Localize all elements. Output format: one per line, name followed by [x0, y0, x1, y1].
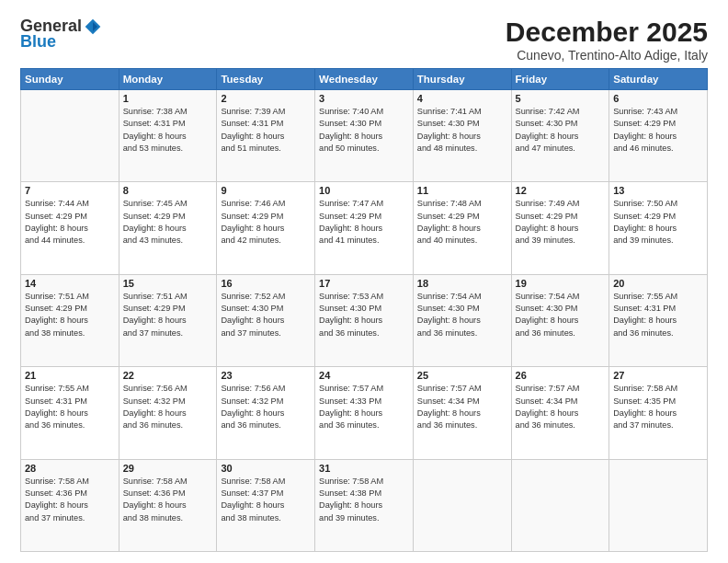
- day-number: 7: [25, 185, 115, 196]
- day-info: Sunrise: 7:44 AM Sunset: 4:29 PM Dayligh…: [25, 198, 115, 247]
- day-info: Sunrise: 7:54 AM Sunset: 4:30 PM Dayligh…: [516, 291, 606, 339]
- calendar: SundayMondayTuesdayWednesdayThursdayFrid…: [20, 68, 708, 552]
- day-number: 19: [516, 278, 606, 289]
- day-number: 17: [319, 278, 409, 289]
- day-info: Sunrise: 7:47 AM Sunset: 4:29 PM Dayligh…: [319, 198, 409, 247]
- day-cell: 4Sunrise: 7:41 AM Sunset: 4:30 PM Daylig…: [413, 90, 511, 182]
- week-row-5: 28Sunrise: 7:58 AM Sunset: 4:36 PM Dayli…: [21, 459, 708, 551]
- day-number: 18: [417, 278, 507, 289]
- day-number: 21: [25, 370, 115, 381]
- day-cell: [609, 459, 708, 551]
- calendar-header-saturday: Saturday: [609, 69, 708, 90]
- title-section: December 2025 Cunevo, Trentino-Alto Adig…: [506, 17, 708, 63]
- day-cell: 7Sunrise: 7:44 AM Sunset: 4:29 PM Daylig…: [21, 182, 119, 274]
- day-info: Sunrise: 7:45 AM Sunset: 4:29 PM Dayligh…: [123, 198, 213, 247]
- day-info: Sunrise: 7:57 AM Sunset: 4:33 PM Dayligh…: [319, 383, 409, 431]
- day-number: 22: [123, 370, 213, 381]
- calendar-header-friday: Friday: [511, 69, 609, 90]
- page: General Blue December 2025 Cunevo, Trent…: [0, 0, 728, 563]
- day-number: 12: [516, 185, 606, 196]
- day-info: Sunrise: 7:50 AM Sunset: 4:29 PM Dayligh…: [613, 198, 703, 247]
- day-cell: 25Sunrise: 7:57 AM Sunset: 4:34 PM Dayli…: [413, 367, 511, 459]
- day-info: Sunrise: 7:55 AM Sunset: 4:31 PM Dayligh…: [613, 291, 703, 339]
- day-cell: 27Sunrise: 7:58 AM Sunset: 4:35 PM Dayli…: [609, 367, 708, 459]
- day-cell: 10Sunrise: 7:47 AM Sunset: 4:29 PM Dayli…: [315, 182, 414, 274]
- day-info: Sunrise: 7:57 AM Sunset: 4:34 PM Dayligh…: [417, 383, 507, 431]
- day-number: 1: [123, 93, 213, 104]
- day-cell: 15Sunrise: 7:51 AM Sunset: 4:29 PM Dayli…: [119, 274, 217, 366]
- calendar-header-wednesday: Wednesday: [315, 69, 414, 90]
- day-info: Sunrise: 7:41 AM Sunset: 4:30 PM Dayligh…: [417, 106, 507, 155]
- day-number: 23: [221, 370, 311, 381]
- day-cell: 5Sunrise: 7:42 AM Sunset: 4:30 PM Daylig…: [511, 90, 609, 182]
- day-number: 8: [123, 185, 213, 196]
- day-cell: 8Sunrise: 7:45 AM Sunset: 4:29 PM Daylig…: [119, 182, 217, 274]
- day-cell: 11Sunrise: 7:48 AM Sunset: 4:29 PM Dayli…: [413, 182, 511, 274]
- calendar-header-sunday: Sunday: [21, 69, 119, 90]
- day-cell: [413, 459, 511, 551]
- day-cell: 26Sunrise: 7:57 AM Sunset: 4:34 PM Dayli…: [511, 367, 609, 459]
- day-info: Sunrise: 7:58 AM Sunset: 4:38 PM Dayligh…: [319, 476, 409, 524]
- day-info: Sunrise: 7:51 AM Sunset: 4:29 PM Dayligh…: [25, 291, 115, 339]
- day-cell: 30Sunrise: 7:58 AM Sunset: 4:37 PM Dayli…: [217, 459, 315, 551]
- day-number: 2: [221, 93, 311, 104]
- day-info: Sunrise: 7:55 AM Sunset: 4:31 PM Dayligh…: [25, 383, 115, 431]
- day-info: Sunrise: 7:56 AM Sunset: 4:32 PM Dayligh…: [221, 383, 311, 431]
- logo: General Blue: [20, 17, 102, 52]
- day-info: Sunrise: 7:53 AM Sunset: 4:30 PM Dayligh…: [319, 291, 409, 339]
- day-cell: 17Sunrise: 7:53 AM Sunset: 4:30 PM Dayli…: [315, 274, 414, 366]
- logo-blue-text: Blue: [20, 32, 56, 52]
- calendar-header-row: SundayMondayTuesdayWednesdayThursdayFrid…: [21, 69, 708, 90]
- day-cell: [511, 459, 609, 551]
- day-info: Sunrise: 7:57 AM Sunset: 4:34 PM Dayligh…: [516, 383, 606, 431]
- day-cell: 21Sunrise: 7:55 AM Sunset: 4:31 PM Dayli…: [21, 367, 119, 459]
- day-number: 11: [417, 185, 507, 196]
- day-number: 9: [221, 185, 311, 196]
- day-info: Sunrise: 7:58 AM Sunset: 4:36 PM Dayligh…: [123, 476, 213, 524]
- day-info: Sunrise: 7:58 AM Sunset: 4:35 PM Dayligh…: [613, 383, 703, 431]
- day-number: 27: [613, 370, 703, 381]
- day-info: Sunrise: 7:42 AM Sunset: 4:30 PM Dayligh…: [516, 106, 606, 155]
- day-cell: 18Sunrise: 7:54 AM Sunset: 4:30 PM Dayli…: [413, 274, 511, 366]
- day-cell: 24Sunrise: 7:57 AM Sunset: 4:33 PM Dayli…: [315, 367, 414, 459]
- day-info: Sunrise: 7:56 AM Sunset: 4:32 PM Dayligh…: [123, 383, 213, 431]
- day-cell: 6Sunrise: 7:43 AM Sunset: 4:29 PM Daylig…: [609, 90, 708, 182]
- day-number: 24: [319, 370, 409, 381]
- day-number: 15: [123, 278, 213, 289]
- day-number: 29: [123, 463, 213, 474]
- day-cell: 3Sunrise: 7:40 AM Sunset: 4:30 PM Daylig…: [315, 90, 414, 182]
- week-row-1: 1Sunrise: 7:38 AM Sunset: 4:31 PM Daylig…: [21, 90, 708, 182]
- day-info: Sunrise: 7:43 AM Sunset: 4:29 PM Dayligh…: [613, 106, 703, 155]
- day-cell: 19Sunrise: 7:54 AM Sunset: 4:30 PM Dayli…: [511, 274, 609, 366]
- day-info: Sunrise: 7:58 AM Sunset: 4:37 PM Dayligh…: [221, 476, 311, 524]
- calendar-header-thursday: Thursday: [413, 69, 511, 90]
- calendar-header-tuesday: Tuesday: [217, 69, 315, 90]
- day-number: 25: [417, 370, 507, 381]
- day-info: Sunrise: 7:58 AM Sunset: 4:36 PM Dayligh…: [25, 476, 115, 524]
- week-row-3: 14Sunrise: 7:51 AM Sunset: 4:29 PM Dayli…: [21, 274, 708, 366]
- day-cell: 20Sunrise: 7:55 AM Sunset: 4:31 PM Dayli…: [609, 274, 708, 366]
- day-number: 16: [221, 278, 311, 289]
- day-number: 4: [417, 93, 507, 104]
- day-info: Sunrise: 7:52 AM Sunset: 4:30 PM Dayligh…: [221, 291, 311, 339]
- week-row-4: 21Sunrise: 7:55 AM Sunset: 4:31 PM Dayli…: [21, 367, 708, 459]
- day-info: Sunrise: 7:54 AM Sunset: 4:30 PM Dayligh…: [417, 291, 507, 339]
- day-number: 5: [516, 93, 606, 104]
- day-cell: [21, 90, 119, 182]
- day-cell: 2Sunrise: 7:39 AM Sunset: 4:31 PM Daylig…: [217, 90, 315, 182]
- location-title: Cunevo, Trentino-Alto Adige, Italy: [506, 48, 708, 63]
- day-cell: 14Sunrise: 7:51 AM Sunset: 4:29 PM Dayli…: [21, 274, 119, 366]
- day-number: 13: [613, 185, 703, 196]
- day-cell: 31Sunrise: 7:58 AM Sunset: 4:38 PM Dayli…: [315, 459, 414, 551]
- day-cell: 22Sunrise: 7:56 AM Sunset: 4:32 PM Dayli…: [119, 367, 217, 459]
- logo-icon: [84, 17, 102, 36]
- day-cell: 16Sunrise: 7:52 AM Sunset: 4:30 PM Dayli…: [217, 274, 315, 366]
- day-info: Sunrise: 7:51 AM Sunset: 4:29 PM Dayligh…: [123, 291, 213, 339]
- day-number: 28: [25, 463, 115, 474]
- day-number: 6: [613, 93, 703, 104]
- day-cell: 1Sunrise: 7:38 AM Sunset: 4:31 PM Daylig…: [119, 90, 217, 182]
- day-cell: 9Sunrise: 7:46 AM Sunset: 4:29 PM Daylig…: [217, 182, 315, 274]
- month-title: December 2025: [506, 17, 708, 48]
- day-info: Sunrise: 7:40 AM Sunset: 4:30 PM Dayligh…: [319, 106, 409, 155]
- day-cell: 13Sunrise: 7:50 AM Sunset: 4:29 PM Dayli…: [609, 182, 708, 274]
